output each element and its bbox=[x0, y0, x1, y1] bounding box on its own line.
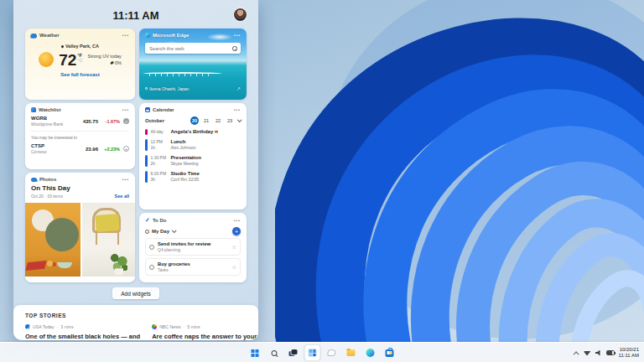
search-input[interactable] bbox=[149, 46, 232, 51]
calendar-month[interactable]: October bbox=[145, 118, 164, 123]
calendar-event[interactable]: 1:30 PM2h Presentation Skype Meeting bbox=[145, 155, 241, 167]
widgets-icon bbox=[309, 349, 317, 357]
start-button[interactable] bbox=[247, 345, 262, 360]
volume-icon[interactable] bbox=[595, 350, 602, 356]
todo-icon: ✓ bbox=[145, 217, 150, 224]
watchlist-widget[interactable]: Watchlist ••• WGRB Woodgrove Bank 435.75… bbox=[25, 103, 135, 169]
more-options-icon[interactable]: ••• bbox=[122, 108, 129, 111]
more-options-icon[interactable]: ••• bbox=[234, 108, 241, 111]
calendar-event[interactable]: All-day Angela's Birthday bbox=[145, 129, 241, 135]
tray-clock[interactable]: 10/20/21 11:11 AM bbox=[619, 347, 639, 359]
taskbar: 10/20/21 11:11 AM bbox=[0, 342, 644, 362]
photo-thumbnail[interactable] bbox=[82, 203, 135, 277]
task-subtitle: Tasks bbox=[158, 267, 190, 272]
task-checkbox[interactable] bbox=[149, 265, 154, 270]
folder-icon bbox=[347, 349, 356, 356]
calendar-widget[interactable]: Calendar ••• October 20 21 22 23 bbox=[139, 103, 247, 209]
watchlist-suggestion-label: You may be interested in bbox=[31, 131, 129, 140]
birthday-cake-icon bbox=[215, 131, 218, 133]
task-title: Send invites for review bbox=[158, 241, 210, 246]
add-task-button[interactable]: + bbox=[232, 227, 241, 235]
task-view-button[interactable] bbox=[286, 345, 301, 360]
weather-widget[interactable]: Weather ••• Valley Park, CA 72 °F °C bbox=[25, 28, 135, 100]
event-subtitle: Skype Meeting bbox=[171, 161, 242, 167]
see-all-link[interactable]: See all bbox=[115, 194, 129, 199]
add-stock-icon[interactable]: + bbox=[123, 146, 129, 152]
weather-condition: Strong UV today bbox=[87, 54, 121, 59]
photo-thumbnail[interactable] bbox=[25, 203, 80, 277]
stock-row[interactable]: CTSP Contoso 23.96 +2.23% + bbox=[31, 143, 129, 154]
event-title: Lunch bbox=[171, 139, 242, 145]
panel-clock: 11:11 AM bbox=[25, 6, 247, 22]
event-subtitle: Alex Johnson bbox=[171, 145, 242, 151]
search-button[interactable] bbox=[267, 345, 282, 360]
add-widgets-button[interactable]: Add widgets bbox=[112, 287, 158, 299]
watchlist-icon bbox=[31, 107, 36, 112]
precipitation: 0% bbox=[87, 60, 121, 65]
event-color-bar bbox=[145, 129, 148, 135]
todo-title: To Do bbox=[153, 218, 167, 223]
stock-change: -1.67% bbox=[98, 119, 120, 124]
show-hidden-icons-chevron[interactable] bbox=[573, 351, 579, 357]
more-options-icon[interactable]: ••• bbox=[234, 34, 241, 37]
widgets-button[interactable] bbox=[305, 345, 320, 360]
photos-title: Photos bbox=[39, 177, 56, 182]
wifi-icon[interactable] bbox=[584, 350, 591, 356]
search-icon[interactable] bbox=[232, 46, 236, 50]
chat-button[interactable] bbox=[325, 345, 340, 360]
calendar-date[interactable]: 20 bbox=[190, 116, 199, 125]
chevron-down-icon[interactable] bbox=[172, 228, 177, 233]
photos-widget[interactable]: Photos ••• On This Day Oct 20 · 33 items… bbox=[25, 173, 135, 282]
task-checkbox[interactable] bbox=[149, 245, 154, 250]
event-title: Studio Time bbox=[171, 171, 242, 177]
task-view-icon bbox=[289, 349, 298, 356]
stock-name: Contoso bbox=[31, 149, 70, 154]
calendar-date[interactable]: 21 bbox=[202, 116, 210, 125]
see-full-forecast-link[interactable]: See full forecast bbox=[31, 72, 129, 77]
event-title: Presentation bbox=[171, 155, 242, 161]
chevron-down-icon[interactable] bbox=[237, 117, 242, 122]
edge-widget[interactable]: Microsoft Edge ••• Ikema Ohashi, Japan ↗ bbox=[139, 28, 247, 100]
event-time: 1:30 PM2h bbox=[151, 155, 171, 167]
search-icon bbox=[270, 349, 278, 357]
calendar-date[interactable]: 23 bbox=[226, 116, 234, 125]
stock-row[interactable]: WGRB Woodgrove Bank 435.75 -1.67% ✓ bbox=[31, 116, 129, 127]
task-item[interactable]: Buy groceries Tasks ☆ bbox=[145, 258, 241, 276]
stock-added-icon[interactable]: ✓ bbox=[123, 118, 129, 124]
news-story[interactable]: USA Today · 3 mins One of the smallest b… bbox=[25, 324, 140, 340]
more-options-icon[interactable]: ••• bbox=[122, 178, 129, 181]
calendar-event[interactable]: 6:00 PM3h Studio Time Conf Rm 32/35 bbox=[145, 171, 241, 183]
star-icon[interactable]: ☆ bbox=[232, 244, 236, 250]
battery-icon[interactable] bbox=[606, 350, 615, 355]
calendar-event[interactable]: 12 PM1h Lunch Alex Johnson bbox=[145, 139, 241, 151]
event-time: All-day bbox=[151, 129, 171, 135]
file-explorer-button[interactable] bbox=[344, 345, 359, 360]
stock-symbol: WGRB bbox=[31, 116, 70, 121]
store-button[interactable] bbox=[382, 345, 397, 360]
news-feed: TOP STORIES USA Today · 3 mins One of th… bbox=[13, 305, 258, 340]
todo-widget[interactable]: ✓ To Do ••• My Day + Send invites for re… bbox=[139, 213, 247, 282]
stock-change: +2.23% bbox=[98, 147, 120, 152]
edge-button[interactable] bbox=[363, 345, 378, 360]
star-icon[interactable]: ☆ bbox=[232, 264, 236, 270]
widgets-panel-header: 11:11 AM bbox=[25, 6, 247, 24]
more-options-icon[interactable]: ••• bbox=[234, 219, 241, 222]
tray-date: 10/20/21 bbox=[619, 347, 639, 354]
open-link-icon[interactable]: ↗ bbox=[236, 85, 241, 91]
store-icon bbox=[386, 349, 394, 357]
stock-price: 23.96 bbox=[86, 147, 98, 152]
news-story[interactable]: NBC News · 5 mins Are coffee naps the an… bbox=[152, 324, 257, 340]
stock-price: 435.75 bbox=[83, 119, 98, 124]
task-item[interactable]: Send invites for review Q4 planning ☆ bbox=[145, 238, 241, 256]
calendar-date[interactable]: 22 bbox=[214, 116, 222, 125]
todo-list-selector[interactable]: My Day bbox=[152, 229, 169, 234]
task-subtitle: Q4 planning bbox=[158, 247, 210, 252]
widgets-panel: 11:11 AM Weather ••• Valley Park, CA bbox=[13, 0, 258, 340]
usa-today-logo-icon bbox=[25, 324, 30, 329]
more-options-icon[interactable]: ••• bbox=[122, 34, 129, 37]
event-time: 12 PM1h bbox=[151, 139, 171, 151]
desktop: 11:11 AM Weather ••• Valley Park, CA bbox=[0, 0, 644, 362]
web-search-box[interactable] bbox=[145, 43, 241, 54]
user-avatar[interactable] bbox=[234, 8, 247, 21]
unit-celsius[interactable]: °C bbox=[77, 58, 82, 63]
